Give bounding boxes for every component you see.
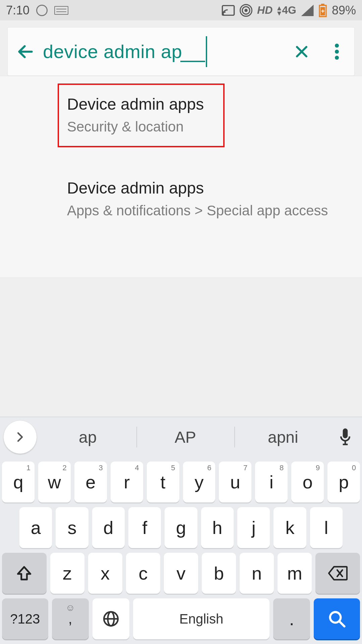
search-results: Device admin apps Security & location De… (0, 76, 362, 277)
emoji-icon: ☺ (65, 602, 75, 613)
clear-search-button[interactable] (284, 28, 319, 75)
svg-point-10 (335, 50, 339, 54)
key-f[interactable]: f (128, 507, 161, 548)
key-d[interactable]: d (92, 507, 125, 548)
space-key[interactable]: English (133, 598, 269, 639)
search-bar (7, 27, 355, 76)
key-z[interactable]: z (50, 553, 84, 594)
status-right: HD ▴▾ 4G + 89% (222, 3, 356, 17)
key-y[interactable]: y6 (183, 462, 216, 502)
result-subtitle: Apps & notifications > Special app acces… (67, 202, 349, 220)
key-r[interactable]: r4 (111, 462, 143, 502)
autocomplete-underline (180, 61, 205, 62)
key-rows: q1w2e3r4t5y6u7i8o9p0 asdfghjkl zxcvbnm ?… (0, 462, 362, 644)
key-row-1: q1w2e3r4t5y6u7i8o9p0 (2, 462, 360, 502)
key-l[interactable]: l (310, 507, 343, 548)
svg-line-19 (339, 621, 345, 627)
search-result-item[interactable]: Device admin apps Apps & notifications >… (67, 169, 362, 230)
result-subtitle: Security & location (67, 118, 210, 136)
status-circle-icon (36, 5, 48, 16)
key-q[interactable]: q1 (2, 462, 35, 502)
hotspot-icon (240, 4, 252, 17)
network-4g: ▴▾ 4G (277, 4, 296, 16)
key-i[interactable]: i8 (255, 462, 288, 502)
search-result-item[interactable]: Device admin apps Security & location (58, 84, 225, 147)
key-t[interactable]: t5 (147, 462, 179, 502)
key-w[interactable]: w2 (38, 462, 71, 502)
comma-key[interactable]: ☺ , (52, 598, 89, 639)
status-time: 7:10 (6, 3, 29, 17)
suggestion-1[interactable]: ap (39, 422, 136, 452)
language-switch-key[interactable] (93, 598, 129, 639)
key-h[interactable]: h (201, 507, 234, 548)
key-e[interactable]: e3 (74, 462, 107, 502)
keyboard-indicator-icon (54, 6, 68, 15)
data-arrows-icon: ▴▾ (277, 5, 281, 16)
result-title: Device admin apps (67, 95, 210, 113)
overflow-menu-button[interactable] (319, 28, 354, 75)
key-row-4: ?123 ☺ , English . (2, 598, 360, 639)
svg-rect-12 (343, 428, 348, 438)
suggestion-2[interactable]: AP (136, 422, 234, 452)
svg-text:+: + (321, 7, 325, 14)
battery-icon: + (318, 4, 327, 17)
on-screen-keyboard: ap AP apni q1w2e3r4t5y6u7i8o9p0 asdfghjk… (0, 417, 362, 644)
cast-icon (222, 5, 235, 16)
spacer (67, 147, 362, 169)
key-n[interactable]: n (240, 553, 274, 594)
status-bar: 7:10 HD ▴▾ 4G + 89% (0, 0, 362, 20)
battery-percentage: 89% (332, 3, 356, 17)
hd-indicator: HD (257, 4, 273, 16)
period-key[interactable]: . (273, 598, 310, 639)
key-p[interactable]: p0 (327, 462, 360, 502)
key-j[interactable]: j (237, 507, 270, 548)
expand-suggestions-button[interactable] (3, 420, 37, 454)
key-k[interactable]: k (274, 507, 306, 548)
key-row-3: zxcvbnm (2, 553, 360, 594)
back-button[interactable] (8, 28, 43, 75)
search-input[interactable] (43, 41, 284, 62)
voice-input-button[interactable] (332, 428, 359, 446)
svg-point-11 (335, 56, 339, 60)
key-row-2: asdfghjkl (2, 507, 360, 548)
suggestion-row: ap AP apni (0, 417, 362, 457)
key-m[interactable]: m (278, 553, 312, 594)
key-b[interactable]: b (202, 553, 236, 594)
key-v[interactable]: v (164, 553, 198, 594)
svg-point-9 (335, 44, 339, 48)
text-cursor (206, 36, 207, 67)
shift-key[interactable] (2, 553, 47, 594)
svg-rect-0 (222, 5, 234, 15)
svg-point-1 (222, 13, 224, 15)
key-o[interactable]: o9 (291, 462, 324, 502)
status-left: 7:10 (6, 3, 68, 17)
comma-label: , (68, 611, 72, 627)
key-x[interactable]: x (88, 553, 122, 594)
svg-point-2 (244, 9, 248, 12)
key-c[interactable]: c (126, 553, 160, 594)
suggestion-3[interactable]: apni (234, 422, 332, 452)
key-a[interactable]: a (19, 507, 52, 548)
backspace-key[interactable] (315, 553, 360, 594)
symbols-key[interactable]: ?123 (2, 598, 48, 639)
search-input-wrap[interactable] (43, 28, 284, 75)
key-s[interactable]: s (56, 507, 88, 548)
signal-icon (301, 5, 314, 16)
key-g[interactable]: g (165, 507, 197, 548)
fourg-label: 4G (282, 4, 296, 16)
result-title: Device admin apps (67, 179, 349, 197)
search-action-key[interactable] (314, 598, 360, 639)
key-u[interactable]: u7 (219, 462, 251, 502)
